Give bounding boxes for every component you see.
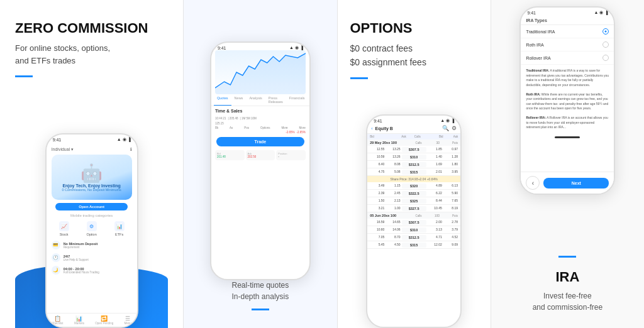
panel4-status-bar: 9:41 ▲ ◉ ▐ (521, 8, 614, 15)
panel3-fee2: $0 assignment fees (350, 55, 478, 69)
panel3-opt-row[interactable]: 2.392.45 $322.5 6.225.90 (367, 190, 460, 197)
panel1-tab-menu[interactable]: ☰ Menu (125, 315, 131, 325)
panel4-ira-footer: ‹ Next (521, 172, 614, 194)
stocks-panel: 9:41 ▲ ◉ ▐ Quotes News Analysis Press Re… (184, 0, 336, 328)
panel2-tab-financials[interactable]: Financials (286, 94, 308, 106)
panel1-tabbar: 📋 Watchlist 📊 Markets 🔁 Open Pending ☰ M… (47, 313, 137, 327)
panel3-status-bar: 9:41 ▲ ◉ ▐ (367, 116, 460, 123)
panel3-section1-header: 29 May 20xx 100 Calls 3D Puts (367, 139, 460, 146)
panel4-ira-traditional[interactable]: Traditional IRA (521, 25, 614, 38)
panel4-subtitle: Invest fee-freeand commission-free (504, 290, 631, 313)
panel2-timesales: Time & Sales (211, 106, 309, 116)
panel2-status-bar: 9:41 ▲ ◉ ▐ (211, 43, 309, 50)
panel1-tab-watchlist[interactable]: 📋 Watchlist (52, 315, 63, 325)
panel3-opt-row2[interactable]: 10.6014.06 $310 3.133.79 (367, 226, 460, 234)
panel3-opt-row[interactable]: 10.5913.26 $310 1.401.28 (367, 153, 460, 161)
panel4-phone: 9:41 ▲ ◉ ▐ IRA Types Traditional IRA Rot… (519, 6, 615, 195)
panel3-opt-row[interactable]: 3.211.00 $327.5 10.458.19 (367, 205, 460, 212)
panel1-accent (15, 75, 33, 77)
panel3-fee1: $0 contract fees (350, 41, 478, 55)
panel3-phone: 9:41 ▲ ◉ ▐ ‹ Equity B 🔍 ⚙ Bid Ask Calls … (366, 114, 462, 328)
panel1-feature-hours: 🌙 04:00 - 20:00 Full Extended Hours Trad… (47, 264, 137, 276)
panel3-section2-header: 05 Jun 20xx 100 Calls 10D Puts (367, 212, 460, 219)
panel1-title: ZERO COMMISSION (15, 20, 168, 36)
panel1-cat-option[interactable]: ⚙ Option (87, 221, 97, 236)
panel1-account-type: Individual ▾ (52, 147, 74, 152)
panel3-opt-row2[interactable]: 7.058.70 $312.5 4.714.52 (367, 234, 460, 241)
panel2-chart (215, 50, 306, 94)
panel3-opt-row2[interactable]: 5.454.50 $315 12.029.09 (367, 241, 460, 249)
panel3-phone-wrap: 9:41 ▲ ◉ ▐ ‹ Equity B 🔍 ⚙ Bid Ask Calls … (338, 79, 491, 328)
panel2-pos-3: Position - (276, 150, 306, 160)
panel1-tab-markets[interactable]: 📊 Markets (74, 315, 84, 325)
panel3-top: OPTIONS $0 contract fees $0 assignment f… (338, 0, 491, 79)
panel1-cat-etfs[interactable]: 📊 ETFs (114, 221, 125, 236)
panel2-pos-2: Ask 202.50 (246, 150, 275, 160)
panel4-back-btn[interactable]: ‹ (526, 176, 540, 190)
panel2-signal: ▲ ◉ ▐ (289, 45, 303, 50)
panel4-title: IRA (504, 269, 631, 285)
panel2-tabs: Quotes News Analysis Press Releases Fina… (211, 94, 309, 106)
panel3-back-icon[interactable]: ‹ (371, 126, 372, 131)
panel2-pos-1: Bid 201.48 (215, 150, 245, 160)
panel1-hero-text: Enjoy Tech, Enjoy Investing (62, 183, 120, 188)
panel4-radio-rollover[interactable] (602, 55, 609, 61)
panel1-signal: ▲ ◉ ▐ (117, 137, 131, 142)
panel1-time: 9:41 (53, 138, 62, 142)
panel3-ticker: Equity B (375, 126, 440, 131)
panel2-positions: Bid 201.48 Ask 202.50 Position - (211, 149, 309, 161)
panel4-accent (558, 256, 576, 258)
panel3-search-icon[interactable]: 🔍 (442, 125, 449, 131)
panel2-tab-analysis[interactable]: Analysis (246, 94, 265, 106)
panel2-time: 9:41 (218, 46, 226, 50)
panel4-next-btn[interactable]: Next (543, 178, 609, 189)
panel2-phone-wrap: 9:41 ▲ ◉ ▐ Quotes News Analysis Press Re… (184, 0, 336, 261)
panel4-ira-roth[interactable]: Roth IRA (521, 38, 614, 52)
panel4-radio-traditional[interactable] (602, 28, 609, 35)
panel1-cat-stock[interactable]: 📈 Stock (59, 221, 69, 236)
panel2-tab-press[interactable]: Press Releases (265, 94, 286, 106)
panel4-home-indicator (555, 136, 580, 138)
panel3-gear-icon[interactable]: ⚙ (452, 125, 457, 131)
panel1-open-account-btn[interactable]: Open Account (55, 203, 128, 210)
panel2-phone: 9:41 ▲ ◉ ▐ Quotes News Analysis Press Re… (210, 41, 311, 280)
panel3-opt-row[interactable]: 3.491.15 $320 4.896.13 (367, 182, 460, 190)
ira-panel: 9:41 ▲ ◉ ▐ IRA Types Traditional IRA Rot… (491, 0, 644, 328)
panel4-phone-wrap: 9:41 ▲ ◉ ▐ IRA Types Traditional IRA Rot… (491, 0, 644, 246)
panel3-share-price: Share Price: 314.93+2.04 +0.64% (367, 176, 460, 182)
panel1-feature-247: 🕐 24/7 Live Help & Support (47, 251, 137, 264)
panel1-categories: 📈 Stock ⚙ Option 📊 ETFs (47, 219, 137, 239)
panel4-ira-section-title: IRA Types (521, 15, 614, 25)
panel1-phone-inner: Individual ▾ ℹ 🤖 Enjoy Tech, Enjoy Inves… (47, 142, 137, 279)
panel1-hero-sub: 0 Commissions, No Deposit Minimums (62, 188, 121, 192)
panel1-tab-open[interactable]: 🔁 Open Pending (95, 315, 113, 325)
panel1-hero: 🤖 Enjoy Tech, Enjoy Investing 0 Commissi… (52, 155, 132, 200)
panel1-status-bar: 9:41 ▲ ◉ ▐ (47, 134, 137, 142)
panel2-subtitle: Real-time quotesIn-depth analysis (232, 280, 289, 302)
panel1-phone: 9:41 ▲ ◉ ▐ Individual ▾ ℹ 🤖 Enjoy Tech, … (45, 133, 138, 328)
options-panel: OPTIONS $0 contract fees $0 assignment f… (338, 0, 491, 328)
panel3-title: OPTIONS (350, 20, 478, 36)
panel1-subtitle: For online stocks, options,and ETFs trad… (15, 42, 168, 67)
panel2-tab-news[interactable]: News (231, 94, 247, 106)
panel1-feature-nodep: 💳 No Minimum Deposit Requirement (47, 239, 137, 251)
zero-commission-panel: ZERO COMMISSION For online stocks, optio… (0, 0, 183, 328)
panel1-trading-label: Mobile trading categories (47, 214, 137, 217)
panel3-opt-row[interactable]: 4.755.08 $315 2.013.95 (367, 168, 460, 176)
panel3-opt-row[interactable]: 12.5513.25 $307.5 1.850.97 (367, 146, 460, 153)
panel2-tab-quotes[interactable]: Quotes (214, 94, 231, 106)
panel1-phone-wrap: 9:41 ▲ ◉ ▐ Individual ▾ ℹ 🤖 Enjoy Tech, … (15, 89, 168, 328)
panel1-account-header: Individual ▾ ℹ (47, 145, 137, 155)
panel4-bottom: IRA Invest fee-freeand commission-free (491, 246, 644, 328)
panel4-ira-description: Traditional IRA: A traditional IRA is a … (521, 65, 614, 134)
panel2-accent (252, 309, 269, 310)
panel1-info-icon: ℹ (130, 147, 132, 152)
panel3-opt-row[interactable]: 6.408.08 $312.5 1.691.80 (367, 161, 460, 168)
panel4-radio-roth[interactable] (602, 41, 609, 48)
panel4-ira-rollover[interactable]: Rollover IRA (521, 52, 614, 65)
panel2-trade-btn[interactable]: Trade (216, 137, 304, 146)
panel3-opt-row2[interactable]: 16.5914.65 $307.5 2.002.78 (367, 219, 460, 226)
panel3-opt-row[interactable]: 1.502.13 $325 8.447.65 (367, 197, 460, 205)
